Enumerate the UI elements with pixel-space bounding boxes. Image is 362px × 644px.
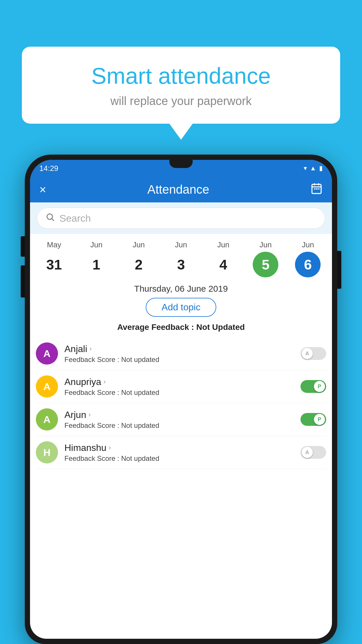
toggle-knob: P (314, 414, 325, 425)
student-name-text: Arjun (64, 410, 86, 420)
attendance-toggle[interactable]: A (301, 347, 326, 360)
calendar-day-2[interactable]: Jun2 (121, 240, 156, 277)
cal-month-label: Jun (217, 240, 229, 249)
student-feedback: Feedback Score : Not updated (64, 421, 297, 430)
toggle-wrap[interactable]: A (301, 347, 326, 360)
student-info: Himanshu ›Feedback Score : Not updated (64, 442, 297, 463)
student-name-text: Himanshu (64, 442, 106, 453)
student-item-3[interactable]: HHimanshu ›Feedback Score : Not updatedA (36, 436, 326, 469)
header-title: Attendance (147, 183, 209, 197)
svg-point-7 (47, 214, 52, 219)
student-name: Anjali › (64, 344, 297, 354)
calendar-day-1[interactable]: Jun1 (79, 240, 114, 277)
calendar-button[interactable] (310, 182, 323, 197)
calendar-day-5[interactable]: Jun5 (248, 240, 283, 277)
toggle-knob: A (302, 447, 313, 458)
chevron-icon: › (103, 378, 106, 386)
selected-date-label: Thursday, 06 June 2019 (30, 277, 332, 298)
bubble-title: Smart attendance (39, 63, 323, 89)
cal-date-number[interactable]: 4 (210, 252, 236, 277)
student-name-text: Anupriya (64, 377, 101, 387)
side-button-power (337, 251, 341, 289)
cal-month-label: Jun (302, 240, 314, 249)
toggle-wrap[interactable]: P (301, 413, 326, 426)
chevron-icon: › (109, 444, 111, 452)
cal-date-number[interactable]: 5 (253, 252, 278, 277)
student-feedback: Feedback Score : Not updated (64, 356, 297, 364)
svg-line-8 (52, 219, 54, 221)
avg-feedback: Average Feedback : Not Updated (30, 323, 332, 332)
toggle-knob: A (302, 348, 313, 359)
feedback-label: Feedback Score : (64, 388, 121, 396)
feedback-value: Not updated (121, 356, 159, 363)
svg-rect-4 (314, 188, 315, 190)
app-header: × Attendance (30, 177, 332, 202)
search-bar[interactable]: Search (37, 208, 325, 229)
cal-month-label: Jun (90, 240, 103, 249)
toggle-wrap[interactable]: A (301, 446, 326, 459)
student-list: AAnjali ›Feedback Score : Not updatedAAA… (30, 337, 332, 469)
cal-date-number[interactable]: 31 (41, 252, 67, 277)
cal-month-label: Jun (175, 240, 187, 249)
student-feedback: Feedback Score : Not updated (64, 454, 297, 463)
add-topic-button[interactable]: Add topic (146, 298, 216, 317)
calendar-day-0[interactable]: May31 (37, 240, 72, 277)
signal-icon: ▲ (310, 164, 316, 172)
feedback-label: Feedback Score : (64, 454, 121, 462)
student-info: Arjun ›Feedback Score : Not updated (64, 410, 297, 430)
svg-rect-5 (316, 188, 317, 190)
status-bar: 14:29 ▾ ▲ ▮ (30, 160, 332, 177)
close-button[interactable]: × (39, 183, 46, 196)
speech-bubble-container: Smart attendance will replace your paper… (22, 47, 340, 140)
student-name-text: Anjali (64, 344, 87, 354)
feedback-value: Not updated (121, 388, 159, 396)
toggle-wrap[interactable]: P (301, 380, 326, 393)
phone-screen: 14:29 ▾ ▲ ▮ × Attendance (30, 160, 332, 639)
battery-icon: ▮ (319, 164, 323, 172)
student-item-2[interactable]: AArjun ›Feedback Score : Not updatedP (36, 403, 326, 436)
avg-feedback-label: Average Feedback : (117, 323, 196, 332)
feedback-value: Not updated (121, 454, 159, 462)
feedback-label: Feedback Score : (64, 356, 121, 363)
student-avatar: H (36, 441, 58, 463)
search-container: Search (30, 202, 332, 234)
status-time: 14:29 (39, 164, 58, 173)
cal-date-number[interactable]: 1 (84, 252, 109, 277)
calendar-row: May31Jun1Jun2Jun3Jun4Jun5Jun6 (30, 234, 332, 277)
student-item-1[interactable]: AAnupriya ›Feedback Score : Not updatedP (36, 370, 326, 403)
cal-month-label: Jun (133, 240, 145, 249)
search-placeholder[interactable]: Search (59, 213, 91, 224)
status-icons: ▾ ▲ ▮ (304, 164, 323, 172)
cal-date-number[interactable]: 2 (126, 252, 152, 277)
student-avatar: A (36, 408, 58, 430)
student-info: Anupriya ›Feedback Score : Not updated (64, 377, 297, 397)
cal-date-number[interactable]: 3 (168, 252, 194, 277)
side-button-volume-down (21, 265, 25, 298)
notch (169, 160, 193, 168)
cal-month-label: May (47, 240, 61, 249)
attendance-toggle[interactable]: A (301, 446, 326, 459)
student-item-0[interactable]: AAnjali ›Feedback Score : Not updatedA (36, 337, 326, 370)
phone-frame: 14:29 ▾ ▲ ▮ × Attendance (25, 155, 337, 644)
speech-bubble: Smart attendance will replace your paper… (22, 47, 340, 124)
student-name: Anupriya › (64, 377, 297, 387)
cal-date-number[interactable]: 6 (295, 252, 321, 277)
attendance-toggle[interactable]: P (301, 413, 326, 426)
attendance-toggle[interactable]: P (301, 380, 326, 393)
student-feedback: Feedback Score : Not updated (64, 388, 297, 397)
student-avatar: A (36, 342, 58, 365)
feedback-value: Not updated (121, 421, 159, 429)
calendar-day-6[interactable]: Jun6 (290, 240, 325, 277)
student-avatar: A (36, 375, 58, 398)
toggle-knob: P (314, 381, 325, 392)
bubble-subtitle: will replace your paperwork (39, 94, 323, 108)
calendar-day-4[interactable]: Jun4 (206, 240, 241, 277)
student-info: Anjali ›Feedback Score : Not updated (64, 344, 297, 364)
bubble-arrow (169, 124, 193, 140)
chevron-icon: › (89, 345, 92, 353)
search-icon (45, 212, 55, 224)
student-name: Himanshu › (64, 442, 297, 453)
calendar-day-3[interactable]: Jun3 (164, 240, 198, 277)
student-name: Arjun › (64, 410, 297, 420)
side-button-volume-up (21, 236, 25, 257)
